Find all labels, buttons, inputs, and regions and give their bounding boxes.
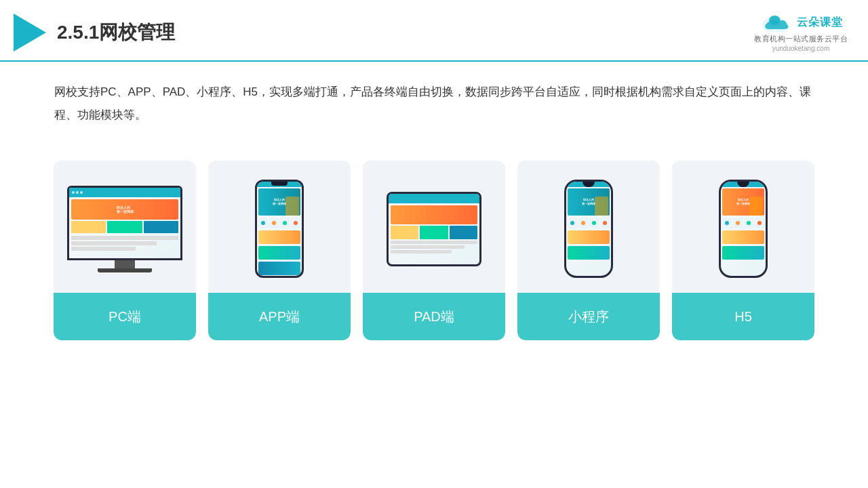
pad-label: PAD端 <box>363 293 505 340</box>
logo-cloud: 云朵课堂 <box>759 12 843 33</box>
h5-phone-mockup: 职达人的第一堂网课 <box>719 180 768 278</box>
pc-image-area: 职达人的第一堂网课 <box>54 161 196 293</box>
monitor-body: 职达人的第一堂网课 <box>67 186 182 260</box>
logo-tagline: 教育机构一站式服务云平台 <box>754 34 848 44</box>
device-card-h5: 职达人的第一堂网课 <box>672 161 814 340</box>
header: 2.5.1网校管理 云朵课堂 教育机构一站式服务云平台 yunduoketang… <box>0 0 868 62</box>
h5-image-area: 职达人的第一堂网课 <box>672 161 814 293</box>
pad-image-area <box>363 161 505 293</box>
miniapp-label: 小程序 <box>517 293 660 340</box>
app-image-area: 职达人的第一堂网课 <box>208 161 351 293</box>
miniapp-image-area: 职达人的第一堂网课 <box>517 161 660 293</box>
logo-url: yunduoketang.com <box>772 45 830 52</box>
pc-monitor: 职达人的第一堂网课 <box>67 186 182 272</box>
device-card-app: 职达人的第一堂网课 <box>208 161 351 340</box>
device-card-miniapp: 职达人的第一堂网课 <box>517 161 660 340</box>
logo-area: 云朵课堂 教育机构一站式服务云平台 yunduoketang.com <box>754 12 848 52</box>
header-left: 2.5.1网校管理 <box>14 14 175 52</box>
pad-tablet-screen <box>389 194 479 264</box>
miniapp-phone-screen: 职达人的第一堂网课 <box>566 182 611 276</box>
app-phone-mockup: 职达人的第一堂网课 <box>255 180 304 278</box>
pad-tablet-mockup <box>387 192 481 266</box>
cloud-icon <box>759 12 793 33</box>
cards-container: 职达人的第一堂网课 <box>0 147 868 354</box>
play-icon <box>14 14 46 52</box>
app-label: APP端 <box>208 293 351 340</box>
h5-phone-screen: 职达人的第一堂网课 <box>721 182 766 276</box>
description-text: 网校支持PC、APP、PAD、小程序、H5，实现多端打通，产品各终端自由切换，数… <box>0 62 868 140</box>
svg-point-3 <box>769 16 781 24</box>
h5-label: H5 <box>672 293 814 340</box>
app-phone-screen: 职达人的第一堂网课 <box>257 182 302 276</box>
logo-text-main: 云朵课堂 <box>797 16 843 30</box>
device-card-pc: 职达人的第一堂网课 <box>54 161 196 340</box>
miniapp-phone-mockup: 职达人的第一堂网课 <box>564 180 613 278</box>
device-card-pad: PAD端 <box>363 161 505 340</box>
page-title: 2.5.1网校管理 <box>57 20 175 45</box>
monitor-screen: 职达人的第一堂网课 <box>69 188 180 258</box>
pc-label: PC端 <box>54 293 196 340</box>
